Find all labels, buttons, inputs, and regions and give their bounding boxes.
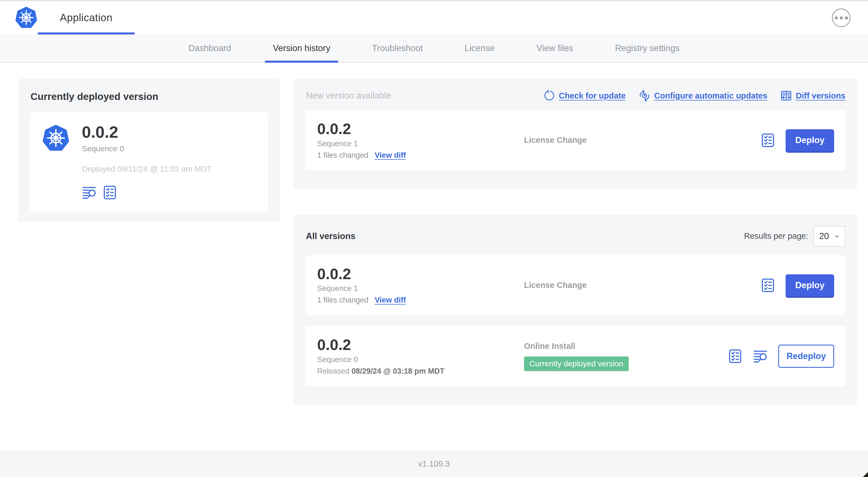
logs-icon: [82, 185, 97, 200]
preflight-checklist-icon: [760, 278, 775, 293]
active-app-underline: [38, 32, 134, 34]
nav-tabs: Dashboard Version history Troubleshoot L…: [0, 34, 868, 63]
app-header: Application: [0, 1, 868, 34]
kubernetes-logo-icon: [42, 124, 70, 153]
preflight-checks-button[interactable]: [760, 133, 775, 148]
preflight-checks-button[interactable]: [102, 185, 117, 200]
main-content: Currently deployed version 0.0.2 Sequenc…: [0, 63, 868, 405]
results-per-page-select[interactable]: 20: [813, 226, 845, 247]
version-source-label: License Change: [524, 136, 760, 145]
files-changed-label: 1 files changed: [317, 151, 369, 160]
view-logs-button[interactable]: [753, 349, 768, 364]
version-released-timestamp: Released 08/29/24 @ 03:18 pm MDT: [317, 367, 524, 376]
view-diff-link[interactable]: View diff: [375, 296, 406, 304]
view-diff-link[interactable]: View diff: [375, 151, 406, 160]
tab-registry-settings[interactable]: Registry settings: [615, 34, 680, 62]
current-version-title: Currently deployed version: [30, 91, 268, 102]
results-per-page-label: Results per page:: [744, 232, 808, 241]
tab-application[interactable]: Application: [60, 1, 113, 34]
diff-icon: [780, 90, 792, 101]
logs-icon: [753, 349, 768, 364]
preflight-checks-button[interactable]: [760, 278, 775, 293]
preflight-checklist-icon: [760, 133, 775, 148]
version-sequence: Sequence 1: [317, 284, 524, 293]
chevron-down-icon: [834, 233, 840, 240]
preflight-checklist-icon: [102, 185, 117, 200]
currently-deployed-badge: Currently deployed version: [524, 356, 629, 371]
schedule-update-icon: [639, 90, 650, 101]
tab-troubleshoot[interactable]: Troubleshoot: [372, 34, 423, 62]
app-footer: v1.109.3: [0, 450, 868, 477]
ellipsis-icon: [835, 17, 838, 20]
overflow-menu-button[interactable]: [832, 8, 850, 27]
redeploy-button[interactable]: Redeploy: [778, 345, 834, 368]
version-row: 0.0.2 Sequence 1 1 files changed View di…: [305, 255, 846, 316]
version-sequence: Sequence 1: [317, 140, 524, 148]
page: Application Dashboard Version history Tr…: [0, 0, 868, 477]
check-for-update-link[interactable]: Check for update: [543, 90, 626, 101]
deploy-button[interactable]: Deploy: [785, 129, 834, 151]
version-sequence: Sequence 0: [317, 355, 524, 364]
current-version-sequence: Sequence 0: [82, 144, 212, 153]
new-version-card: 0.0.2 Sequence 1 1 files changed View di…: [305, 110, 846, 171]
version-number: 0.0.2: [317, 121, 524, 137]
tab-version-history[interactable]: Version history: [273, 34, 330, 62]
current-version-card: 0.0.2 Sequence 0 Deployed 09/11/24 @ 11:…: [30, 112, 268, 211]
tab-view-files[interactable]: View files: [536, 34, 573, 62]
current-version-panel: Currently deployed version 0.0.2 Sequenc…: [18, 79, 280, 222]
kubernetes-logo-icon: [15, 6, 38, 30]
current-version-number: 0.0.2: [82, 124, 212, 141]
tab-dashboard[interactable]: Dashboard: [188, 34, 231, 62]
cursor-artifact: [863, 472, 868, 477]
version-number: 0.0.2: [317, 337, 524, 353]
version-source-label: License Change: [524, 280, 760, 290]
configure-automatic-updates-link[interactable]: Configure automatic updates: [639, 90, 767, 101]
preflight-checks-button[interactable]: [727, 349, 743, 364]
all-versions-title: All versions: [306, 231, 355, 241]
tab-license[interactable]: License: [464, 34, 495, 62]
app-title: Application: [60, 12, 113, 24]
diff-versions-link[interactable]: Diff versions: [780, 90, 845, 101]
files-changed-label: 1 files changed: [317, 296, 369, 304]
view-logs-button[interactable]: [82, 185, 97, 200]
version-source-label: Online Install: [524, 341, 727, 351]
new-version-panel: New version available Check for update C…: [294, 79, 857, 189]
all-versions-panel: All versions Results per page: 20 0.0.2 …: [294, 214, 857, 405]
current-version-deployed-timestamp: Deployed 09/11/24 @ 11:02 am MDT: [82, 165, 212, 174]
version-row: 0.0.2 Sequence 0 Released 08/29/24 @ 03:…: [305, 326, 846, 386]
version-number: 0.0.2: [317, 266, 524, 282]
new-version-title: New version available: [306, 91, 391, 101]
refresh-icon: [543, 90, 555, 101]
admin-console-version: v1.109.3: [418, 459, 450, 469]
preflight-checklist-icon: [727, 349, 743, 364]
deploy-button[interactable]: Deploy: [785, 274, 834, 296]
